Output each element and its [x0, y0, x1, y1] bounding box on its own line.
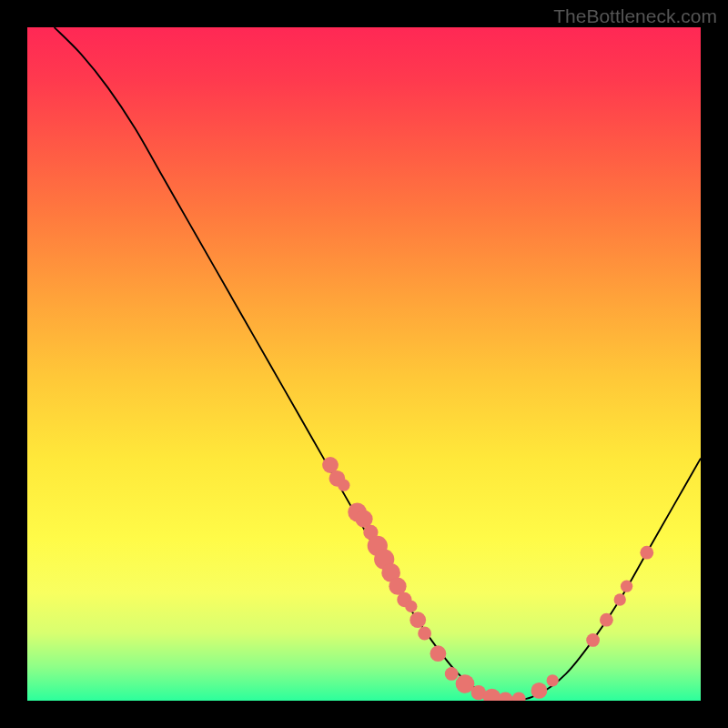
chart-marker: [640, 546, 653, 560]
chart-marker: [405, 601, 417, 612]
chart-marker: [547, 674, 559, 686]
chart-marker: [418, 627, 431, 641]
chart-marker: [512, 692, 526, 701]
chart-marker: [445, 667, 459, 681]
chart-marker: [531, 682, 548, 699]
chart-markers: [322, 457, 653, 701]
chart-marker: [410, 612, 426, 628]
watermark-text: TheBottleneck.com: [553, 5, 717, 27]
chart-plot-area: [27, 27, 701, 701]
chart-marker: [338, 480, 349, 491]
chart-curve: [55, 27, 701, 701]
chart-svg: [27, 27, 701, 701]
chart-marker: [498, 692, 512, 701]
chart-marker: [586, 633, 600, 647]
chart-marker: [430, 645, 447, 662]
chart-marker: [600, 613, 613, 627]
chart-marker: [621, 581, 632, 592]
chart-marker: [614, 593, 626, 605]
